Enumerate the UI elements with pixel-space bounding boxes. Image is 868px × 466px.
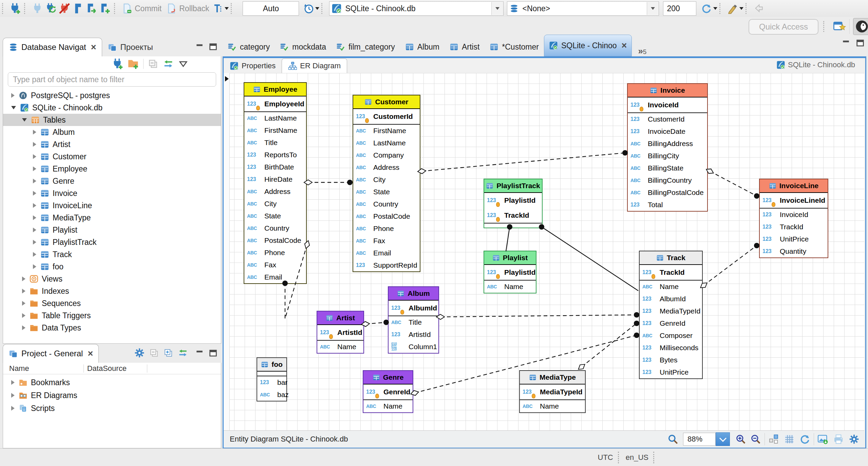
tree-item-postgresql-postgres[interactable]: PostgreSQL - postgres <box>3 89 221 102</box>
new-sql-editor-button[interactable] <box>98 2 112 15</box>
entity-column[interactable]: ABCBillingPostalCode <box>628 186 707 199</box>
expand-arrow[interactable] <box>22 325 25 330</box>
tree-item-mediatype[interactable]: MediaType <box>3 212 221 224</box>
new-folder-icon[interactable] <box>128 58 139 70</box>
entity-column[interactable]: ABCFax <box>244 259 306 271</box>
entity-pk-column[interactable]: 123PlaylistId <box>484 193 542 208</box>
minimize-icon[interactable] <box>194 348 205 358</box>
project-item-bookmarks[interactable]: Bookmarks <box>3 376 221 389</box>
entity-column[interactable]: 123ArtistId <box>389 328 438 341</box>
expand-arrow[interactable] <box>33 240 36 245</box>
entity-customer[interactable]: Customer 123CustomerId ABCFirstNameABCLa… <box>353 95 420 272</box>
expand-arrow[interactable] <box>22 276 25 281</box>
entity-column[interactable]: ABCbaz <box>257 389 286 401</box>
expand-arrow[interactable] <box>33 179 36 183</box>
entity-column[interactable]: 123UnitPrice <box>760 233 828 245</box>
save-image-icon[interactable] <box>817 434 828 445</box>
entity-column[interactable]: 123InvoiceId <box>760 209 828 221</box>
tree-item-tables[interactable]: Tables <box>3 114 221 126</box>
entity-column[interactable]: ABCCountry <box>353 198 420 210</box>
entity-column[interactable]: 123bar <box>257 376 286 389</box>
entity-column[interactable]: 123Milliseconds <box>640 342 702 354</box>
palette-strip[interactable] <box>224 73 230 430</box>
entity-header[interactable]: Playlist <box>484 251 536 265</box>
pen-dropdown[interactable] <box>739 7 743 10</box>
close-icon[interactable]: × <box>88 348 93 359</box>
entity-column[interactable]: 123MediaTypeId <box>640 305 702 317</box>
entity-column[interactable]: ABCPostalCode <box>244 234 306 247</box>
minimize-icon[interactable] <box>841 38 851 48</box>
tree-item-sqlite-chinook-db[interactable]: SQLite - Chinook.db <box>3 102 221 114</box>
entity-column[interactable]: ABCLastName <box>353 137 420 149</box>
project-item-er-diagrams[interactable]: ER Diagrams <box>3 389 221 402</box>
commit-button[interactable] <box>120 2 134 15</box>
tree-item-invoice[interactable]: Invoice <box>3 187 221 199</box>
entity-column[interactable]: 123SupportRepId <box>353 259 420 271</box>
close-icon[interactable]: × <box>91 42 96 53</box>
quick-access-input[interactable]: Quick Access <box>749 19 818 35</box>
entity-column[interactable]: 123Bytes <box>640 354 702 366</box>
entity-header[interactable]: Album <box>389 287 438 301</box>
auto-layout-icon[interactable] <box>768 434 779 445</box>
maximize-icon[interactable] <box>208 348 218 358</box>
expand-all-icon[interactable] <box>163 348 173 358</box>
tree-item-sequences[interactable]: Sequences <box>3 297 221 309</box>
search-icon[interactable] <box>667 434 678 445</box>
tree-item-invoiceline[interactable]: InvoiceLine <box>3 199 221 212</box>
entity-column[interactable]: 123Quantity <box>760 245 828 257</box>
zoom-in-icon[interactable] <box>735 434 746 445</box>
entity-pk-column[interactable]: 123GenreId <box>363 384 413 399</box>
expand-arrow[interactable] <box>33 215 36 220</box>
editor-tab-mockdata[interactable]: mockdata <box>275 37 331 56</box>
fetch-size-input[interactable]: 200 <box>663 1 696 16</box>
dbeaver-perspective-button[interactable] <box>853 18 868 35</box>
tree-item-indexes[interactable]: Indexes <box>3 285 221 297</box>
expand-arrow[interactable] <box>33 203 36 208</box>
magic-pen-button[interactable] <box>726 2 739 15</box>
tree-item-track[interactable]: Track <box>3 248 221 261</box>
minimize-icon[interactable] <box>194 42 205 52</box>
entity-column[interactable]: ABCName <box>363 400 413 412</box>
expand-arrow[interactable] <box>33 154 36 159</box>
entity-playlisttrack[interactable]: PlaylistTrack 123PlaylistId123TrackId <box>484 179 543 228</box>
column-separator[interactable] <box>83 364 84 373</box>
entity-header[interactable]: MediaType <box>520 371 585 384</box>
entity-column[interactable]: ABCFax <box>353 235 420 247</box>
entity-pk-column[interactable]: 123InvoiceId <box>628 97 707 112</box>
entity-column[interactable]: ABCAddress <box>353 161 420 174</box>
entity-column[interactable]: ABCEmail <box>244 271 306 283</box>
entity-column[interactable]: ABCPostalCode <box>353 210 420 222</box>
expand-arrow[interactable] <box>11 393 15 398</box>
entity-header[interactable]: foo <box>257 358 286 372</box>
entity-column[interactable]: 123TrackId <box>760 221 828 233</box>
print-icon[interactable] <box>833 434 844 445</box>
entity-track[interactable]: Track 123TrackId ABCName123AlbumId123Med… <box>639 251 703 379</box>
entity-column[interactable]: ABCPhone <box>244 247 306 259</box>
entity-column[interactable]: ABCBillingState <box>628 162 707 174</box>
navigator-filter-input[interactable]: Type part of object name to filter <box>8 72 216 87</box>
toolbar-drag-handle[interactable] <box>2 3 6 14</box>
connection-selector[interactable]: SQLite - Chinook.db <box>329 1 504 16</box>
entity-pk-column[interactable]: 123MediaTypeId <box>520 384 585 399</box>
reconnect-button[interactable] <box>44 2 58 15</box>
expand-arrow[interactable] <box>33 228 36 232</box>
expand-arrow[interactable] <box>33 166 36 171</box>
tree-item-views[interactable]: Views <box>3 273 221 285</box>
entity-column[interactable]: 123CustomerId <box>628 113 707 125</box>
tree-item-genre[interactable]: Genre <box>3 175 221 187</box>
entity-column[interactable]: ABCName <box>484 281 536 293</box>
open-sql-editor-button[interactable] <box>85 2 98 15</box>
entity-column[interactable]: ABCBillingAddress <box>628 138 707 150</box>
entity-artist[interactable]: Artist 123ArtistId ABCName <box>317 311 364 354</box>
expand-arrow[interactable] <box>11 380 15 385</box>
entity-column[interactable]: ABCEmail <box>353 247 420 259</box>
autocommit-combo[interactable]: Auto <box>243 1 299 16</box>
rollback-button[interactable] <box>165 2 178 15</box>
timezone-indicator[interactable]: UTC <box>598 453 613 462</box>
tree-item-artist[interactable]: Artist <box>3 138 221 150</box>
entity-column[interactable]: ABCCountry <box>244 222 306 234</box>
sql-editor-button[interactable] <box>71 2 85 15</box>
entity-column[interactable]: 010011110Column1 <box>389 341 438 353</box>
entity-header[interactable]: Employee <box>244 83 306 96</box>
palette-expand-icon[interactable] <box>225 76 229 82</box>
